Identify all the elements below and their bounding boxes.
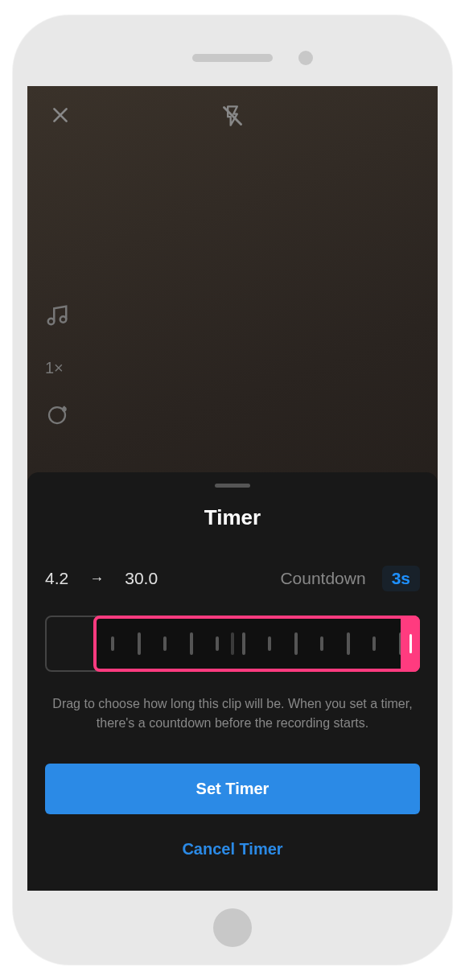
- svg-point-4: [60, 316, 67, 323]
- svg-point-6: [63, 408, 66, 411]
- phone-camera: [298, 51, 313, 65]
- home-button[interactable]: [213, 908, 252, 947]
- slider-handle[interactable]: [401, 616, 420, 672]
- phone-notch: [27, 30, 438, 86]
- timer-info-row: 4.2 → 30.0 Countdown 3s: [45, 566, 420, 591]
- slider-selected-range: [93, 616, 420, 672]
- arrow-right-icon: →: [89, 570, 104, 587]
- end-time-value: 30.0: [125, 569, 158, 588]
- cancel-timer-button[interactable]: Cancel Timer: [45, 832, 420, 867]
- music-icon[interactable]: [45, 303, 69, 333]
- close-icon[interactable]: [50, 102, 71, 132]
- timer-sheet: Timer 4.2 → 30.0 Countdown 3s: [27, 472, 438, 891]
- countdown-value-button[interactable]: 3s: [382, 566, 420, 591]
- svg-point-3: [48, 319, 55, 325]
- duration-slider[interactable]: [45, 616, 420, 672]
- top-bar: [27, 102, 438, 132]
- helper-text: Drag to choose how long this clip will b…: [45, 694, 420, 733]
- speed-label[interactable]: 1×: [45, 359, 69, 377]
- sparkle-icon[interactable]: [45, 403, 69, 432]
- countdown-label: Countdown: [280, 569, 365, 588]
- sheet-title: Timer: [45, 505, 420, 530]
- phone-speaker: [192, 54, 273, 62]
- sidebar-icons: 1×: [45, 303, 69, 432]
- screen: 1× Timer 4.2 → 30.0 Countdown: [27, 86, 438, 891]
- flash-off-icon[interactable]: [221, 105, 244, 130]
- start-time-value: 4.2: [45, 569, 68, 588]
- drag-handle[interactable]: [215, 484, 250, 488]
- set-timer-button[interactable]: Set Timer: [45, 764, 420, 814]
- phone-frame: 1× Timer 4.2 → 30.0 Countdown: [13, 15, 452, 965]
